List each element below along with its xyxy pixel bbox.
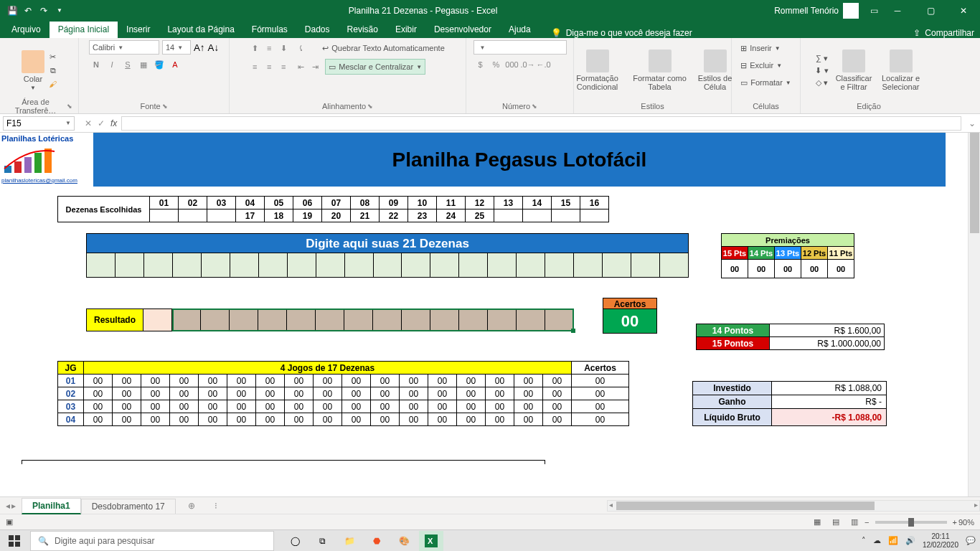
worksheet-area[interactable]: Planilhas Lotéricas planilhaslotericas@g… [0, 133, 980, 496]
normal-view-icon[interactable]: ▦ [809, 516, 826, 529]
excel-taskbar-icon[interactable]: X [419, 531, 443, 551]
cut-icon[interactable]: ✂ [50, 52, 56, 62]
italic-button[interactable]: I [105, 57, 119, 72]
indent-decrease-icon[interactable]: ⇤ [293, 60, 308, 74]
resultado-cell[interactable] [430, 309, 459, 331]
tab-layout[interactable]: Layout da Página [159, 22, 242, 38]
delete-cells-button[interactable]: ⊟Excluir▼ [738, 57, 785, 73]
zoom-value[interactable]: 90% [958, 518, 974, 527]
start-button[interactable] [0, 530, 29, 552]
scroll-thumb[interactable] [970, 133, 979, 233]
paste-button[interactable]: Colar ▼ [22, 50, 44, 91]
hscroll-thumb[interactable] [616, 501, 875, 510]
digite-cell[interactable] [603, 253, 631, 278]
formula-expand-icon[interactable]: ⌄ [964, 118, 980, 128]
digite-cell[interactable] [459, 253, 488, 278]
formula-input[interactable] [121, 116, 961, 131]
tab-revisao[interactable]: Revisão [339, 22, 387, 38]
digite-cell[interactable] [144, 253, 173, 278]
fill-color-button[interactable]: 🪣 [152, 57, 166, 72]
user-avatar-icon[interactable] [843, 3, 859, 19]
align-bottom-icon[interactable]: ⬇ [276, 41, 291, 55]
zoom-out-icon[interactable]: − [864, 518, 869, 527]
resultado-cell[interactable] [373, 309, 402, 331]
resultado-cell[interactable] [287, 309, 316, 331]
name-box[interactable]: F15▼ [3, 116, 75, 131]
digite-cell[interactable] [116, 253, 144, 278]
digite-cell[interactable] [259, 253, 288, 278]
tab-arquivo[interactable]: Arquivo [3, 22, 50, 38]
save-icon[interactable]: 💾 [6, 4, 19, 17]
digite-cell[interactable] [430, 253, 459, 278]
tab-desenvolvedor[interactable]: Desenvolvedor [425, 22, 500, 38]
digite-cell[interactable] [574, 253, 603, 278]
brave-icon[interactable]: ⬣ [364, 531, 389, 551]
cancel-formula-icon[interactable]: ✕ [85, 118, 92, 128]
digite-cell[interactable] [631, 253, 660, 278]
align-top-icon[interactable]: ⬆ [248, 41, 262, 55]
resultado-cell[interactable] [201, 309, 230, 331]
merge-center-button[interactable]: ▭Mesclar e Centralizar▼ [325, 59, 425, 75]
accounting-format-icon[interactable]: $ [473, 57, 488, 72]
ribbon-options-icon[interactable]: ▭ [870, 6, 878, 16]
resultado-cell[interactable] [402, 309, 430, 331]
indent-increase-icon[interactable]: ⇥ [308, 60, 322, 74]
insert-cells-button[interactable]: ⊞Inserir▼ [738, 40, 783, 56]
tab-formulas[interactable]: Fórmulas [243, 22, 296, 38]
copy-icon[interactable]: ⧉ [50, 66, 56, 75]
wrap-text-button[interactable]: ↩Quebrar Texto Automaticamente [319, 40, 448, 56]
digite-cell[interactable] [402, 253, 430, 278]
font-size-dropdown[interactable]: 14▼ [162, 40, 191, 55]
fill-icon[interactable]: ⬇ ▾ [815, 66, 828, 75]
add-sheet-button[interactable]: ⊕ [183, 497, 200, 514]
border-button[interactable]: ▦ [136, 57, 151, 72]
redo-icon[interactable]: ↷ [37, 4, 50, 17]
align-middle-icon[interactable]: ≡ [262, 41, 276, 55]
align-left-icon[interactable]: ≡ [248, 60, 262, 74]
file-explorer-icon[interactable]: 📁 [337, 531, 362, 551]
comma-format-icon[interactable]: 000 [505, 57, 519, 72]
decrease-decimal-icon[interactable]: ←.0 [537, 57, 551, 72]
page-layout-view-icon[interactable]: ▤ [827, 516, 844, 529]
digite-cell[interactable] [517, 253, 545, 278]
digite-cell[interactable] [87, 253, 116, 278]
paint-icon[interactable]: 🎨 [392, 531, 416, 551]
cell-styles-button[interactable]: Estilos de Célula [697, 50, 733, 91]
sheet-nav-first-icon[interactable]: ◂ [6, 501, 10, 511]
tab-pagina-inicial[interactable]: Página Inicial [50, 22, 118, 38]
volume-icon[interactable]: 🔊 [905, 536, 915, 545]
zoom-in-icon[interactable]: + [953, 518, 957, 527]
digite-cell[interactable] [345, 253, 374, 278]
minimize-button[interactable]: ─ [881, 0, 914, 21]
resultado-cell[interactable] [316, 309, 344, 331]
sheet-tab-desdobramento[interactable]: Desdobramento 17 [81, 499, 176, 514]
find-select-button[interactable]: Localizar e Selecionar [880, 50, 923, 91]
align-right-icon[interactable]: ≡ [276, 60, 291, 74]
taskbar-search[interactable]: 🔍 Digite aqui para pesquisar [30, 531, 274, 551]
tab-dados[interactable]: Dados [296, 22, 339, 38]
bold-button[interactable]: N [89, 57, 103, 72]
digite-cell[interactable] [545, 253, 574, 278]
autosum-icon[interactable]: ∑ ▾ [816, 54, 828, 63]
digite-cell[interactable] [173, 253, 202, 278]
conditional-formatting-button[interactable]: Formatação Condicional [573, 50, 623, 91]
macro-record-icon[interactable]: ▣ [0, 517, 19, 527]
fx-icon[interactable]: fx [110, 118, 117, 128]
share-button[interactable]: ⇪ Compartilhar [913, 28, 974, 38]
vertical-scrollbar[interactable] [968, 133, 980, 496]
resultado-cell[interactable] [258, 309, 287, 331]
cortana-icon[interactable]: ◯ [283, 531, 307, 551]
resultado-cell[interactable] [172, 309, 201, 331]
page-break-view-icon[interactable]: ▥ [846, 516, 863, 529]
resultado-cell[interactable] [143, 309, 172, 331]
resultado-cell[interactable] [230, 309, 258, 331]
tray-chevron-icon[interactable]: ˄ [862, 536, 866, 545]
number-format-dropdown[interactable]: ▼ [473, 40, 567, 55]
sheet-nav-last-icon[interactable]: ▸ [11, 501, 16, 511]
maximize-button[interactable]: ▢ [914, 0, 947, 21]
underline-button[interactable]: S [121, 57, 135, 72]
digite-cell[interactable] [316, 253, 345, 278]
format-painter-icon[interactable]: 🖌 [49, 80, 57, 88]
format-cells-button[interactable]: ▭Formatar▼ [738, 75, 794, 90]
tell-me[interactable]: 💡 Diga-me o que você deseja fazer [551, 28, 692, 38]
